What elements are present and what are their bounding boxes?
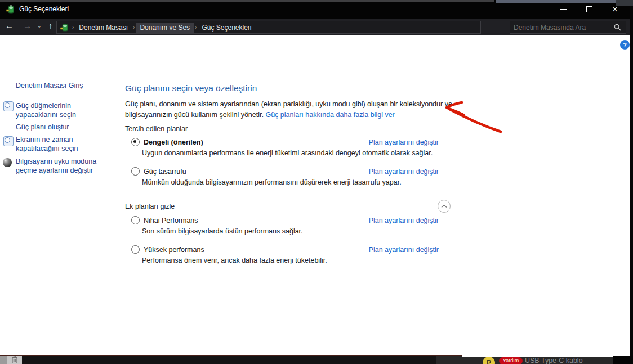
sidebar-item-control-panel-home[interactable]: Denetim Masası Giriş xyxy=(16,82,83,91)
search-input[interactable] xyxy=(510,24,614,32)
forward-button[interactable]: → xyxy=(23,21,32,30)
search-icon[interactable] xyxy=(614,24,621,31)
divider xyxy=(193,129,451,129)
window-title: Güç Seçenekleri xyxy=(19,5,69,13)
more-info-link[interactable]: Güç planları hakkında daha fazla bilgi v… xyxy=(265,111,394,119)
plan-name[interactable]: Dengeli (önerilen) xyxy=(144,138,203,146)
preferred-plans-header: Tercih edilen planlar xyxy=(125,125,451,133)
radio-power-saver[interactable] xyxy=(131,167,140,176)
background-window-edge xyxy=(496,0,616,3)
plan-name[interactable]: Güç tasarrufu xyxy=(144,168,186,176)
power-options-address-icon xyxy=(60,23,69,32)
background-window-edge xyxy=(0,0,494,2)
recycle-bin-button[interactable] xyxy=(7,356,22,364)
desktop-edge xyxy=(630,6,633,356)
breadcrumb-separator: › xyxy=(132,24,136,30)
page-title: Güç planını seçin veya özelleştirin xyxy=(125,83,257,93)
sleep-sphere-icon xyxy=(3,158,12,167)
change-plan-settings-link[interactable]: Plan ayarlarını değiştir xyxy=(369,168,439,176)
plan-row-ultimate: Nihai Performans Plan ayarlarını değişti… xyxy=(125,216,439,224)
plan-row-balanced: Dengeli (önerilen) Plan ayarlarını değiş… xyxy=(125,138,439,146)
power-options-app-icon xyxy=(6,5,15,14)
search-box xyxy=(510,21,626,34)
radio-high-performance[interactable] xyxy=(131,245,140,254)
breadcrumb-separator: › xyxy=(194,24,198,30)
content-area: ? Denetim Masası Giriş Güç düğmelerinin … xyxy=(0,35,630,356)
plan-description: Performansa önem verir, ancak daha fazla… xyxy=(142,257,327,264)
additional-plans-header: Ek planları gizle xyxy=(125,200,451,213)
plan-row-power-saver: Güç tasarrufu Plan ayarlarını değiştir xyxy=(125,167,439,176)
power-options-window: Güç Seçenekleri × ← → ⌄ ↑ › Denetim Masa… xyxy=(0,0,633,364)
change-plan-settings-link[interactable]: Plan ayarlarını değiştir xyxy=(369,246,439,254)
trash-icon xyxy=(11,356,18,363)
breadcrumb-control-panel[interactable]: Denetim Masası xyxy=(75,23,132,33)
help-button[interactable]: ? xyxy=(620,40,630,50)
minimize-icon xyxy=(560,9,567,10)
history-dropdown-icon[interactable]: ⌄ xyxy=(37,23,42,29)
screen-timeout-icon xyxy=(3,101,14,111)
divider xyxy=(180,206,434,206)
collapse-button[interactable] xyxy=(438,200,451,213)
address-bar[interactable]: › Denetim Masası › Donanım ve Ses › Güç … xyxy=(56,21,481,34)
change-plan-settings-link[interactable]: Plan ayarlarını değiştir xyxy=(369,217,439,224)
taskbar-right xyxy=(613,356,633,364)
radio-balanced[interactable] xyxy=(131,138,140,146)
sidebar-item-create-plan[interactable]: Güç planı oluştur xyxy=(16,123,69,132)
plan-name[interactable]: Nihai Performans xyxy=(144,217,198,224)
radio-ultimate-performance[interactable] xyxy=(131,216,140,224)
plan-name[interactable]: Yüksek performans xyxy=(144,246,204,254)
sidebar-item-screen-off[interactable]: Ekranın ne zaman kapatılacağını seçin xyxy=(16,136,101,153)
preferred-plans-label: Tercih edilen planlar xyxy=(125,125,188,133)
display-clock-icon xyxy=(3,136,14,146)
breadcrumb-hardware-sound[interactable]: Donanım ve Ses xyxy=(136,23,194,33)
background-window-sliver xyxy=(0,356,7,364)
breadcrumb-power-options[interactable]: Güç Seçenekleri xyxy=(198,23,255,33)
plan-description: Son sürüm bilgisayarlarda üstün performa… xyxy=(142,227,303,235)
sidebar-item-sleep-settings[interactable]: Bilgisayarın uyku moduna geçme ayarların… xyxy=(16,158,113,175)
sidebar-item-power-buttons[interactable]: Güç düğmelerinin yapacaklarını seçin xyxy=(16,102,97,119)
breadcrumb-separator: › xyxy=(71,24,75,30)
hide-additional-plans-label: Ek planları gizle xyxy=(125,203,175,210)
background-window-corner xyxy=(616,0,633,6)
intro-paragraph: Güç planı, donanım ve sistem ayarlarında… xyxy=(125,99,454,120)
up-button[interactable]: ↑ xyxy=(48,21,53,30)
back-button[interactable]: ← xyxy=(5,21,14,30)
chat-help-badge: Yardım xyxy=(499,357,523,364)
navigation-bar: ← → ⌄ ↑ › Denetim Masası › Donanım ve Se… xyxy=(0,19,633,35)
plan-description: Mümkün olduğunda bilgisayarınızın perfor… xyxy=(142,178,402,186)
close-icon: × xyxy=(612,5,617,14)
plan-description: Uygun donanımlarda performans ile enerji… xyxy=(142,149,433,157)
change-plan-settings-link[interactable]: Plan ayarlarını değiştir xyxy=(369,138,439,146)
plan-row-high-performance: Yüksek performans Plan ayarlarını değişt… xyxy=(125,245,439,254)
chat-item-text: USB Type-C kablo xyxy=(525,357,583,364)
chevron-up-icon xyxy=(441,204,447,208)
maximize-icon xyxy=(586,6,592,12)
